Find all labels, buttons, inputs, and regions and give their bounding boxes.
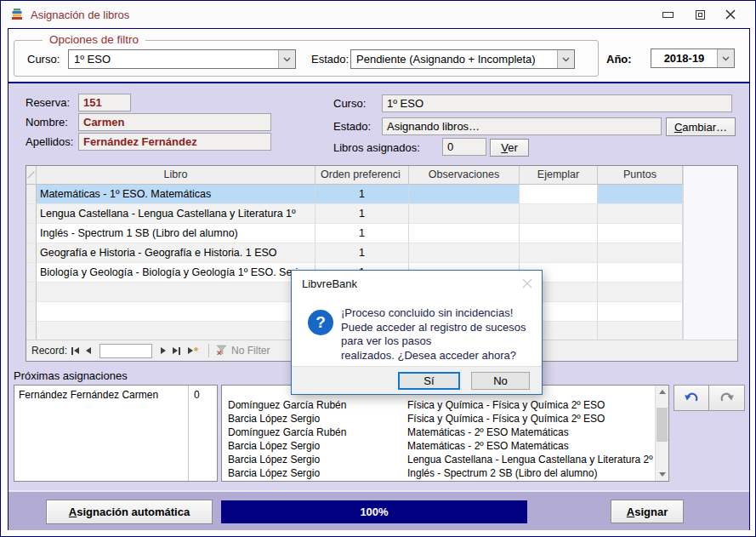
message-line: Puede acceder al registro de sucesos par… [341,321,537,349]
student-name: Fernández Fernández Carmen [19,388,158,402]
row-selector[interactable] [26,204,37,224]
cell-libro[interactable]: Biología y Geología - Biología y Geologí… [37,263,315,283]
chevron-down-icon[interactable] [557,50,574,68]
list-item[interactable]: Domínguez García Rubén Matemáticas - 2º … [222,426,668,439]
student-name: Domínguez García Rubén [228,426,346,439]
cell-observaciones[interactable] [409,185,520,204]
no-button[interactable]: No [471,372,530,390]
column-header-libro[interactable]: Libro [37,166,315,185]
list-item[interactable]: Domínguez García Rubén Física y Química … [222,398,668,412]
filter-funnel-icon[interactable] [216,345,227,357]
row-selector[interactable] [26,302,37,322]
minimize-button[interactable] [655,6,680,23]
nombre-field[interactable]: Carmen [78,113,271,131]
last-record-button[interactable] [173,347,181,355]
book-name: Matemáticas - 2º ESO Matemáticas [407,439,653,453]
row-selector[interactable] [26,224,37,243]
estado-filter-combobox[interactable]: Pendiente (Asignando + Incompleta) [350,49,575,69]
cell-puntos[interactable] [598,204,683,224]
cell-orden[interactable]: 1 [315,185,409,204]
ver-button[interactable]: Ver [490,139,529,157]
undo-icon [685,391,699,406]
list-item[interactable]: Barcia López Sergio Inglés - Spectrum 2 … [222,466,668,480]
restore-button[interactable] [687,6,713,23]
list-item[interactable]: Fernández Fernández Carmen 0 [14,388,217,402]
cell-ejemplar[interactable] [520,185,598,204]
cell-observaciones[interactable] [409,204,520,224]
new-record-button[interactable]: * [188,345,198,357]
undo-button[interactable] [674,385,709,411]
asignacion-automatica-button[interactable]: Asignación automática [46,500,213,524]
apellidos-label: Apellidos: [26,135,73,148]
dialog-title: LibvreBank [302,277,357,290]
grid-empty-area [683,166,737,340]
scrollbar[interactable] [655,386,668,481]
select-all-corner[interactable] [26,166,37,185]
dialog-close-icon[interactable] [521,277,533,289]
cell-puntos[interactable] [598,263,683,283]
reserva-label: Reserva: [26,96,70,109]
cambiar-button[interactable]: Cambiar… [666,117,736,136]
scroll-down-icon[interactable] [659,472,666,477]
redo-icon [719,391,734,406]
curso-detail-field[interactable]: 1º ESO [382,94,732,112]
cell-puntos[interactable] [598,243,683,263]
cell-libro[interactable]: Matemáticas - 1º ESO. Matemáticas [37,185,315,204]
chevron-down-icon[interactable] [278,50,295,68]
row-selector[interactable] [26,283,37,302]
cell-observaciones[interactable] [409,224,520,243]
row-selector[interactable] [26,185,37,204]
libros-asignados-field[interactable]: 0 [442,138,486,156]
table-row[interactable]: Matemáticas - 1º ESO. Matemáticas 1 [26,185,737,204]
chevron-down-icon[interactable] [717,49,734,67]
student-name: Barcia López Sergio [228,439,320,453]
row-selector[interactable] [26,322,37,341]
list-item[interactable]: Barcia López Sergio Física y Química - F… [222,412,668,426]
scroll-up-icon[interactable] [659,390,666,394]
list-item[interactable]: Barcia López Sergio Matemáticas - 2º ESO… [222,439,668,453]
column-header-ejemplar[interactable]: Ejemplar [520,166,598,185]
table-row[interactable]: Inglés - Spectrum 1 SB (Libro del alumno… [26,224,737,243]
next-record-button[interactable] [161,347,166,354]
cell-ejemplar[interactable] [520,243,598,263]
cell-libro[interactable]: Geografía e Historia - Geografía e Histo… [37,243,315,263]
redo-button[interactable] [709,385,745,411]
reserva-field[interactable]: 151 [78,94,131,111]
scrollbar-thumb[interactable] [657,408,668,442]
row-selector[interactable] [26,243,37,263]
apellidos-field[interactable]: Fernández Fernández [78,133,271,151]
cell-libro[interactable]: Lengua Castellana - Lengua Castellana y … [37,204,315,224]
current-student-listbox[interactable]: Fernández Fernández Carmen 0 [14,385,218,482]
book-name: Física y Química - Física y Química 2º E… [407,412,653,426]
close-icon[interactable] [718,6,743,23]
cell-orden[interactable]: 1 [315,224,409,243]
anio-label: Año: [606,53,632,66]
estado-detail-field[interactable]: Asignando libros… [382,117,662,135]
column-header-puntos[interactable]: Puntos [598,166,683,185]
cell-libro[interactable]: Inglés - Spectrum 1 SB (Libro del alumno… [37,224,315,243]
filter-legend: Opciones de filtro [43,33,145,46]
curso-filter-combobox[interactable]: 1º ESO [68,49,296,69]
cell-ejemplar[interactable] [520,224,598,243]
column-header-orden[interactable]: Orden preferenci [315,166,409,185]
yes-button[interactable]: Sí [398,372,460,390]
libros-asignados-label: Libros asignados: [333,141,420,154]
cell-orden[interactable]: 1 [315,243,409,263]
column-header-observaciones[interactable]: Observaciones [409,166,520,185]
asignar-button[interactable]: Asignar [611,500,684,523]
row-selector[interactable] [26,263,37,283]
table-row[interactable]: Lengua Castellana - Lengua Castellana y … [26,204,737,224]
anio-combobox[interactable]: 2018-19 [651,49,735,68]
cell-observaciones[interactable] [409,243,520,263]
cell-puntos[interactable] [598,185,683,204]
cell-orden[interactable]: 1 [315,204,409,224]
table-row[interactable]: Geografía e Historia - Geografía e Histo… [26,243,737,263]
list-item[interactable]: Barcia López Sergio Lengua Castellana - … [222,453,668,466]
upcoming-assignments-listbox[interactable]: Domínguez García Rubén Física y Química … [221,385,669,482]
first-record-button[interactable] [71,347,79,355]
cell-ejemplar[interactable] [520,204,598,224]
cell-puntos[interactable] [598,224,683,243]
previous-record-button[interactable] [86,347,91,354]
navigator-separator [208,344,209,357]
record-number-input[interactable] [99,344,152,358]
